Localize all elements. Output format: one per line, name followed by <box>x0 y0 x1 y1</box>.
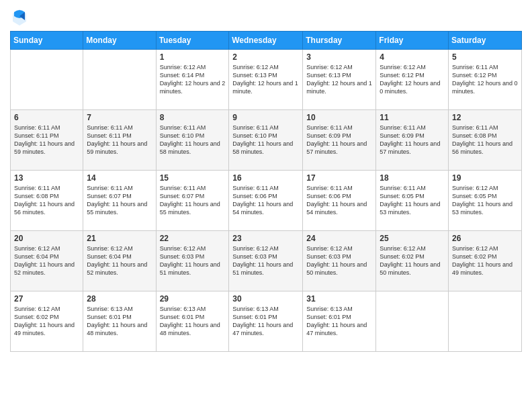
day-number: 20 <box>14 234 79 243</box>
calendar-cell: 31Sunrise: 6:13 AMSunset: 6:01 PMDayligh… <box>303 291 376 352</box>
day-number: 31 <box>306 294 372 304</box>
calendar-cell: 30Sunrise: 6:13 AMSunset: 6:01 PMDayligh… <box>229 291 303 352</box>
calendar-cell: 9Sunrise: 6:11 AMSunset: 6:10 PMDaylight… <box>229 110 303 171</box>
cell-info: Sunrise: 6:12 AMSunset: 6:03 PMDaylight:… <box>232 244 299 277</box>
cell-info: Sunrise: 6:11 AMSunset: 6:09 PMDaylight:… <box>306 124 372 156</box>
day-number: 1 <box>160 52 226 62</box>
weekday-header-saturday: Saturday <box>449 32 522 50</box>
cell-info: Sunrise: 6:11 AMSunset: 6:11 PMDaylight:… <box>87 124 152 156</box>
calendar-cell: 10Sunrise: 6:11 AMSunset: 6:09 PMDayligh… <box>303 110 376 171</box>
weekday-header-monday: Monday <box>83 32 156 50</box>
day-number: 13 <box>14 173 79 183</box>
weekday-header-tuesday: Tuesday <box>156 32 229 50</box>
cell-info: Sunrise: 6:11 AMSunset: 6:06 PMDaylight:… <box>232 184 299 217</box>
day-number: 5 <box>452 52 518 62</box>
cell-info: Sunrise: 6:13 AMSunset: 6:01 PMDaylight:… <box>87 305 152 338</box>
calendar-cell: 28Sunrise: 6:13 AMSunset: 6:01 PMDayligh… <box>83 291 156 352</box>
calendar-cell: 15Sunrise: 6:11 AMSunset: 6:07 PMDayligh… <box>156 171 229 231</box>
day-number: 22 <box>160 234 226 243</box>
day-number: 28 <box>87 294 152 304</box>
cell-info: Sunrise: 6:11 AMSunset: 6:08 PMDaylight:… <box>452 124 518 156</box>
calendar-cell: 26Sunrise: 6:12 AMSunset: 6:02 PMDayligh… <box>449 231 522 291</box>
cell-info: Sunrise: 6:11 AMSunset: 6:07 PMDaylight:… <box>87 184 152 217</box>
day-number: 23 <box>232 234 299 243</box>
day-number: 6 <box>14 113 79 122</box>
calendar-cell: 27Sunrise: 6:12 AMSunset: 6:02 PMDayligh… <box>11 291 83 352</box>
cell-info: Sunrise: 6:11 AMSunset: 6:07 PMDaylight:… <box>160 184 226 217</box>
cell-info: Sunrise: 6:12 AMSunset: 6:04 PMDaylight:… <box>87 244 152 277</box>
calendar-cell: 29Sunrise: 6:13 AMSunset: 6:01 PMDayligh… <box>156 291 229 352</box>
calendar-cell <box>83 50 156 110</box>
day-number: 29 <box>160 294 226 304</box>
logo <box>10 7 32 26</box>
day-number: 8 <box>160 113 226 122</box>
cell-info: Sunrise: 6:12 AMSunset: 6:02 PMDaylight:… <box>380 244 445 277</box>
cell-info: Sunrise: 6:12 AMSunset: 6:04 PMDaylight:… <box>14 244 79 277</box>
calendar-cell: 7Sunrise: 6:11 AMSunset: 6:11 PMDaylight… <box>83 110 156 171</box>
day-number: 24 <box>306 234 372 243</box>
cell-info: Sunrise: 6:12 AMSunset: 6:02 PMDaylight:… <box>452 244 518 277</box>
day-number: 17 <box>306 173 372 183</box>
cell-info: Sunrise: 6:11 AMSunset: 6:11 PMDaylight:… <box>14 124 79 156</box>
day-number: 18 <box>380 173 445 183</box>
cell-info: Sunrise: 6:12 AMSunset: 6:03 PMDaylight:… <box>306 244 372 277</box>
calendar-cell: 14Sunrise: 6:11 AMSunset: 6:07 PMDayligh… <box>83 171 156 231</box>
cell-info: Sunrise: 6:11 AMSunset: 6:10 PMDaylight:… <box>160 124 226 156</box>
day-number: 16 <box>232 173 299 183</box>
day-number: 3 <box>306 52 372 62</box>
cell-info: Sunrise: 6:12 AMSunset: 6:13 PMDaylight:… <box>232 63 299 96</box>
cell-info: Sunrise: 6:13 AMSunset: 6:01 PMDaylight:… <box>160 305 226 338</box>
calendar-cell: 11Sunrise: 6:11 AMSunset: 6:09 PMDayligh… <box>376 110 449 171</box>
day-number: 26 <box>452 234 518 243</box>
cell-info: Sunrise: 6:11 AMSunset: 6:10 PMDaylight:… <box>232 124 299 156</box>
calendar-table: SundayMondayTuesdayWednesdayThursdayFrid… <box>10 31 522 352</box>
day-number: 7 <box>87 113 152 122</box>
day-number: 14 <box>87 173 152 183</box>
calendar-cell <box>376 291 449 352</box>
day-number: 9 <box>232 113 299 122</box>
calendar-cell: 22Sunrise: 6:12 AMSunset: 6:03 PMDayligh… <box>156 231 229 291</box>
cell-info: Sunrise: 6:12 AMSunset: 6:14 PMDaylight:… <box>160 63 226 96</box>
calendar-cell: 4Sunrise: 6:12 AMSunset: 6:12 PMDaylight… <box>376 50 449 110</box>
weekday-header-thursday: Thursday <box>303 32 376 50</box>
day-number: 25 <box>380 234 445 243</box>
cell-info: Sunrise: 6:12 AMSunset: 6:03 PMDaylight:… <box>160 244 226 277</box>
weekday-header-wednesday: Wednesday <box>229 32 303 50</box>
calendar-cell: 17Sunrise: 6:11 AMSunset: 6:06 PMDayligh… <box>303 171 376 231</box>
calendar-cell: 20Sunrise: 6:12 AMSunset: 6:04 PMDayligh… <box>11 231 83 291</box>
day-number: 27 <box>14 294 79 304</box>
calendar-cell <box>449 291 522 352</box>
cell-info: Sunrise: 6:12 AMSunset: 6:05 PMDaylight:… <box>452 184 518 217</box>
cell-info: Sunrise: 6:12 AMSunset: 6:02 PMDaylight:… <box>14 305 79 338</box>
day-number: 30 <box>232 294 299 304</box>
calendar-cell: 16Sunrise: 6:11 AMSunset: 6:06 PMDayligh… <box>229 171 303 231</box>
calendar-cell: 13Sunrise: 6:11 AMSunset: 6:08 PMDayligh… <box>11 171 83 231</box>
cell-info: Sunrise: 6:11 AMSunset: 6:12 PMDaylight:… <box>452 63 518 96</box>
calendar-cell: 1Sunrise: 6:12 AMSunset: 6:14 PMDaylight… <box>156 50 229 110</box>
day-number: 15 <box>160 173 226 183</box>
calendar-cell: 25Sunrise: 6:12 AMSunset: 6:02 PMDayligh… <box>376 231 449 291</box>
cell-info: Sunrise: 6:11 AMSunset: 6:09 PMDaylight:… <box>380 124 445 156</box>
calendar-cell <box>11 50 83 110</box>
day-number: 21 <box>87 234 152 243</box>
day-number: 11 <box>380 113 445 122</box>
calendar-cell: 2Sunrise: 6:12 AMSunset: 6:13 PMDaylight… <box>229 50 303 110</box>
calendar-cell: 5Sunrise: 6:11 AMSunset: 6:12 PMDaylight… <box>449 50 522 110</box>
cell-info: Sunrise: 6:11 AMSunset: 6:08 PMDaylight:… <box>14 184 79 217</box>
calendar-cell: 12Sunrise: 6:11 AMSunset: 6:08 PMDayligh… <box>449 110 522 171</box>
cell-info: Sunrise: 6:13 AMSunset: 6:01 PMDaylight:… <box>232 305 299 338</box>
calendar-cell: 19Sunrise: 6:12 AMSunset: 6:05 PMDayligh… <box>449 171 522 231</box>
calendar-cell: 24Sunrise: 6:12 AMSunset: 6:03 PMDayligh… <box>303 231 376 291</box>
calendar-cell: 6Sunrise: 6:11 AMSunset: 6:11 PMDaylight… <box>11 110 83 171</box>
calendar-cell: 8Sunrise: 6:11 AMSunset: 6:10 PMDaylight… <box>156 110 229 171</box>
calendar-cell: 3Sunrise: 6:12 AMSunset: 6:13 PMDaylight… <box>303 50 376 110</box>
cell-info: Sunrise: 6:12 AMSunset: 6:12 PMDaylight:… <box>380 63 445 96</box>
cell-info: Sunrise: 6:11 AMSunset: 6:06 PMDaylight:… <box>306 184 372 217</box>
cell-info: Sunrise: 6:13 AMSunset: 6:01 PMDaylight:… <box>306 305 372 338</box>
cell-info: Sunrise: 6:11 AMSunset: 6:05 PMDaylight:… <box>380 184 445 217</box>
cell-info: Sunrise: 6:12 AMSunset: 6:13 PMDaylight:… <box>306 63 372 96</box>
day-number: 12 <box>452 113 518 122</box>
calendar-cell: 23Sunrise: 6:12 AMSunset: 6:03 PMDayligh… <box>229 231 303 291</box>
calendar-cell: 18Sunrise: 6:11 AMSunset: 6:05 PMDayligh… <box>376 171 449 231</box>
day-number: 10 <box>306 113 372 122</box>
